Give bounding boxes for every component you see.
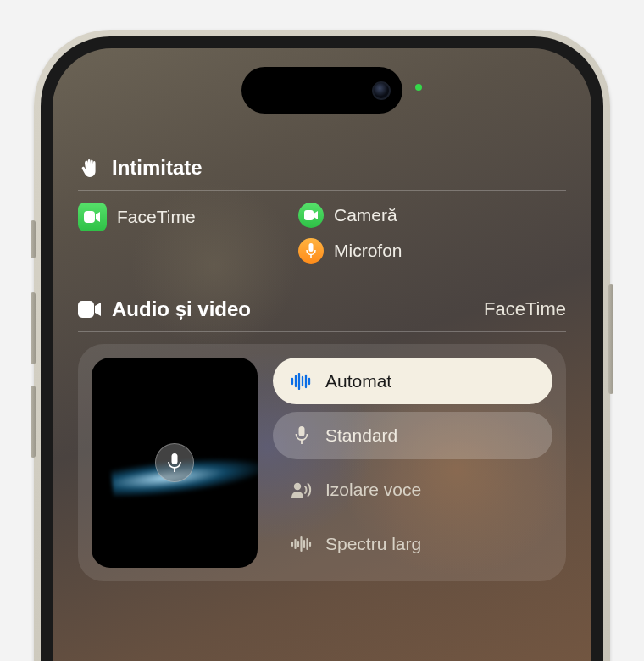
privacy-section-header: Intimitate bbox=[78, 156, 566, 190]
mic-mode-wide-spectrum[interactable]: Spectru larg bbox=[273, 521, 552, 568]
camera-sensor-icon bbox=[298, 203, 324, 228]
svg-rect-1 bbox=[304, 210, 314, 220]
microphone-sensor-icon bbox=[298, 238, 324, 264]
privacy-sensor-microphone[interactable]: Microfon bbox=[298, 238, 402, 264]
svg-point-15 bbox=[294, 483, 301, 490]
voice-isolation-icon bbox=[290, 480, 314, 499]
phone-screen: Intimitate FaceTime bbox=[53, 48, 591, 661]
waveform-auto-icon bbox=[290, 373, 314, 390]
mic-mode-label: Izolare voce bbox=[325, 480, 421, 500]
side-button-volume-up bbox=[31, 292, 36, 364]
side-button-silent bbox=[31, 220, 36, 258]
privacy-app-facetime[interactable]: FaceTime bbox=[78, 203, 264, 231]
privacy-app-label: FaceTime bbox=[117, 207, 196, 227]
mic-mode-automatic[interactable]: Automat bbox=[273, 358, 552, 404]
svg-rect-2 bbox=[309, 243, 314, 252]
divider bbox=[78, 331, 566, 332]
wide-spectrum-icon bbox=[290, 536, 314, 553]
facetime-app-icon bbox=[78, 203, 107, 231]
svg-rect-13 bbox=[299, 426, 305, 436]
video-icon bbox=[78, 301, 102, 318]
mic-mode-options: Automat Standard bbox=[273, 358, 552, 568]
side-button-power bbox=[608, 284, 613, 394]
av-title: Audio și video bbox=[112, 297, 251, 321]
phone-device-frame: Intimitate FaceTime bbox=[34, 30, 610, 661]
privacy-sensor-camera[interactable]: Cameră bbox=[298, 203, 402, 228]
svg-rect-5 bbox=[172, 453, 178, 464]
camera-active-indicator-icon bbox=[415, 84, 422, 91]
svg-rect-4 bbox=[78, 301, 94, 318]
divider bbox=[78, 190, 566, 191]
dynamic-island[interactable] bbox=[242, 67, 402, 114]
privacy-indicators-row: FaceTime Cameră bbox=[78, 203, 566, 264]
side-button-volume-down bbox=[31, 386, 36, 458]
av-control-panel: Automat Standard bbox=[78, 344, 566, 581]
phone-bezel: Intimitate FaceTime bbox=[41, 36, 603, 661]
av-preview-thumbnail[interactable] bbox=[92, 358, 258, 568]
mic-mode-label: Spectru larg bbox=[325, 534, 421, 554]
privacy-title: Intimitate bbox=[112, 156, 203, 180]
av-app-label: FaceTime bbox=[484, 298, 566, 320]
mic-mode-label: Standard bbox=[325, 425, 397, 446]
mic-mode-standard[interactable]: Standard bbox=[273, 412, 552, 458]
privacy-sensor-label: Cameră bbox=[334, 205, 397, 225]
mic-icon bbox=[290, 425, 314, 446]
av-section-header: Audio și video FaceTime bbox=[78, 297, 566, 331]
hand-icon bbox=[78, 157, 102, 179]
mic-mode-label: Automat bbox=[325, 371, 391, 392]
front-camera-lens bbox=[372, 81, 391, 100]
preview-mic-button[interactable] bbox=[155, 443, 194, 482]
mic-mode-voice-isolation[interactable]: Izolare voce bbox=[273, 467, 552, 514]
svg-rect-0 bbox=[84, 211, 95, 223]
privacy-sensor-label: Microfon bbox=[334, 241, 402, 261]
